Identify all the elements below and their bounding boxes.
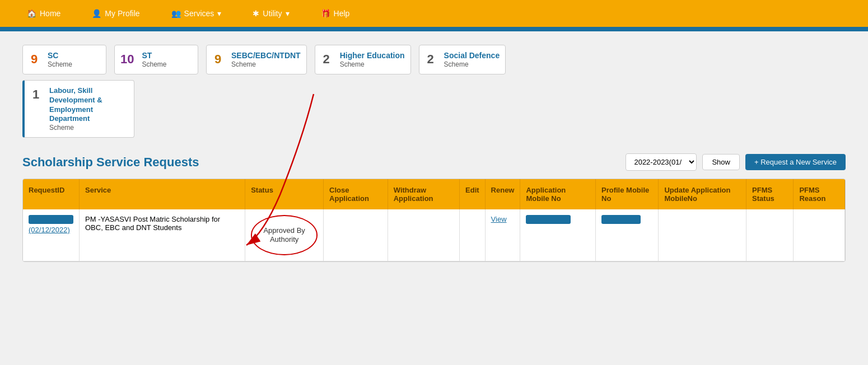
section-header: Scholarship Service Requests 2022-2023(0… (22, 153, 846, 171)
profile-icon: 👤 (92, 9, 101, 18)
col-withdraw-app: Withdraw Application (388, 179, 459, 209)
section-controls: 2022-2023(01/ Show + Request a New Servi… (626, 153, 846, 171)
st-count: 10 (115, 45, 139, 74)
app-mobile-blurred (526, 215, 571, 224)
col-status: Status (245, 179, 324, 209)
sc-count: 9 (23, 45, 45, 74)
cell-status: Approved By Authority (245, 209, 324, 261)
col-renew: Renew (485, 179, 520, 209)
col-edit: Edit (460, 179, 486, 209)
cell-service: PM -YASASVI Post Matric Scholarship for … (80, 209, 245, 261)
request-id-blurred (29, 215, 73, 224)
section-title: Scholarship Service Requests (22, 155, 199, 170)
profile-mobile-blurred (601, 215, 641, 224)
social-count: 2 (419, 45, 442, 74)
col-app-mobile: Application Mobile No (520, 179, 596, 209)
cell-request-id[interactable]: (02/12/2022) (23, 209, 80, 261)
col-close-app: Close Application (324, 179, 388, 209)
scheme-card-social-defence[interactable]: 2 Social Defence Scheme (419, 45, 506, 74)
st-title: ST (142, 51, 166, 60)
year-select[interactable]: 2022-2023(01/ (626, 153, 697, 171)
st-subtitle: Scheme (142, 60, 166, 68)
service-requests-table-wrapper: RequestID Service Status Close Applicati… (22, 179, 846, 261)
utility-dropdown-icon: ▾ (286, 9, 290, 18)
col-pfms-status: PFMS Status (746, 179, 794, 209)
cell-profile-mobile (596, 209, 659, 261)
services-dropdown-icon: ▾ (217, 9, 221, 18)
sebc-title: SEBC/EBC/NTDNT (231, 51, 301, 60)
scheme-cards-top-row: 9 SC Scheme 10 ST Scheme 9 SEBC/EBC/NTDN… (22, 45, 846, 74)
cell-withdraw-app (388, 209, 459, 261)
status-approved-badge: Approved By Authority (251, 215, 318, 255)
col-service: Service (80, 179, 245, 209)
nav-help[interactable]: 🎁 Help (305, 9, 366, 18)
table-header-row: RequestID Service Status Close Applicati… (23, 179, 845, 209)
social-title: Social Defence (444, 51, 500, 60)
scheme-card-labour[interactable]: 1 Labour, Skill Development & Employment… (22, 80, 134, 138)
labour-count: 1 (25, 81, 47, 138)
help-icon: 🎁 (321, 9, 330, 18)
cell-close-app (324, 209, 388, 261)
cell-update-mobile (659, 209, 746, 261)
show-button[interactable]: Show (702, 154, 740, 170)
scheme-card-st[interactable]: 10 ST Scheme (114, 45, 198, 74)
labour-subtitle: Scheme (49, 124, 128, 132)
higher-subtitle: Scheme (340, 60, 405, 68)
cell-pfms-status (746, 209, 794, 261)
request-id-date[interactable]: (02/12/2022) (29, 226, 73, 234)
top-navigation[interactable]: 🏠 Home 👤 My Profile 👥 Services ▾ ✱ Utili… (0, 0, 868, 27)
service-requests-table: RequestID Service Status Close Applicati… (23, 179, 845, 261)
nav-services[interactable]: 👥 Services ▾ (156, 9, 237, 18)
higher-count: 2 (315, 45, 338, 74)
sebc-count: 9 (207, 45, 229, 74)
new-service-button[interactable]: + Request a New Service (745, 154, 846, 170)
scheme-card-sebc[interactable]: 9 SEBC/EBC/NTDNT Scheme (206, 45, 307, 74)
nav-utility[interactable]: ✱ Utility ▾ (237, 9, 305, 18)
cell-renew[interactable]: View (485, 209, 520, 261)
col-profile-mobile: Profile Mobile No (596, 179, 659, 209)
scheme-card-sc[interactable]: 9 SC Scheme (22, 45, 106, 74)
scheme-card-higher-education[interactable]: 2 Higher Education Scheme (315, 45, 411, 74)
col-request-id: RequestID (23, 179, 80, 209)
home-icon: 🏠 (27, 9, 36, 18)
cell-edit (460, 209, 486, 261)
main-content: 9 SC Scheme 10 ST Scheme 9 SEBC/EBC/NTDN… (0, 31, 868, 275)
sc-title: SC (48, 51, 72, 60)
utility-icon: ✱ (253, 9, 259, 18)
view-link[interactable]: View (491, 215, 507, 223)
cell-app-mobile (520, 209, 596, 261)
nav-home[interactable]: 🏠 Home (11, 9, 76, 18)
labour-title: Labour, Skill Development & Employment D… (49, 86, 128, 124)
col-pfms-reason: PFMS Reason (794, 179, 845, 209)
cell-pfms-reason (794, 209, 845, 261)
col-update-mobile: Update Application MobileNo (659, 179, 746, 209)
social-subtitle: Scheme (444, 60, 500, 68)
sub-bar (0, 27, 868, 31)
services-icon: 👥 (171, 9, 181, 18)
sebc-subtitle: Scheme (231, 60, 301, 68)
higher-title: Higher Education (340, 51, 405, 60)
sc-subtitle: Scheme (48, 60, 72, 68)
table-row: (02/12/2022) PM -YASASVI Post Matric Sch… (23, 209, 845, 261)
nav-my-profile[interactable]: 👤 My Profile (76, 9, 155, 18)
